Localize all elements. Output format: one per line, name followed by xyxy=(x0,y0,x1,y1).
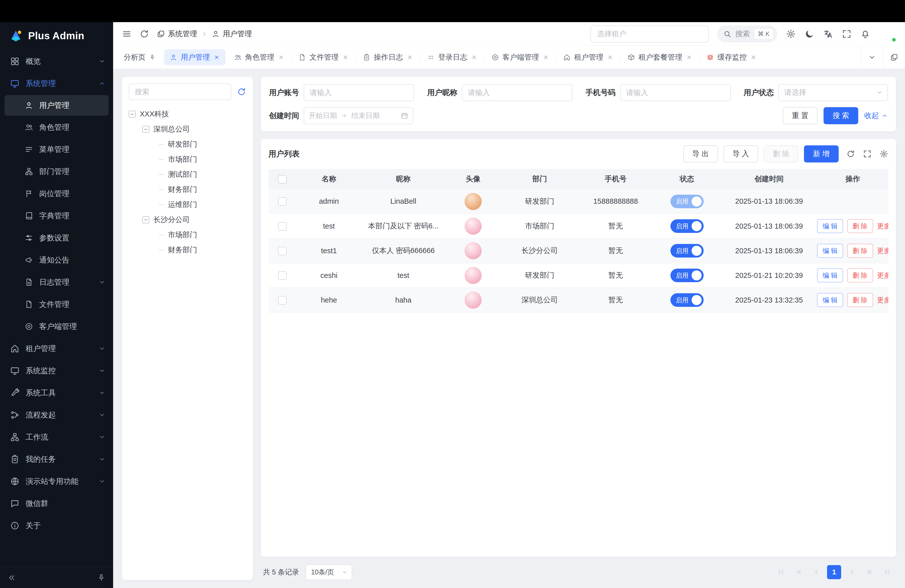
status-toggle[interactable]: 启用 xyxy=(670,219,703,233)
edit-button[interactable]: 编 辑 xyxy=(817,293,843,307)
last-page-button[interactable] xyxy=(880,565,894,579)
tab-close-icon[interactable] xyxy=(213,54,220,60)
breadcrumb-item-users[interactable]: 用户管理 xyxy=(212,29,252,39)
account-input[interactable] xyxy=(304,84,414,101)
sidebar-item[interactable]: 概览 xyxy=(0,50,113,72)
tab-close-icon[interactable] xyxy=(406,54,413,60)
reset-button[interactable]: 重 置 xyxy=(783,107,818,124)
tab-close-icon[interactable] xyxy=(342,54,349,60)
more-link[interactable]: 更多 xyxy=(877,296,888,305)
row-checkbox[interactable] xyxy=(278,247,287,255)
nickname-input[interactable] xyxy=(462,84,572,101)
delete-row-button[interactable]: 删 除 xyxy=(847,244,873,258)
select-all-checkbox[interactable] xyxy=(278,175,287,184)
collapse-box-icon[interactable] xyxy=(142,216,149,223)
tabs-dropdown-button[interactable] xyxy=(861,46,883,69)
delete-row-button[interactable]: 删 除 xyxy=(847,269,873,283)
edit-button[interactable]: 编 辑 xyxy=(817,269,843,283)
phone-input[interactable] xyxy=(620,84,731,101)
collapse-filters-link[interactable]: 收起 xyxy=(864,111,888,121)
import-button[interactable]: 导 入 xyxy=(724,145,758,162)
sidebar-item[interactable]: 关于 xyxy=(0,515,113,537)
layout-toggle-button[interactable] xyxy=(883,46,905,69)
export-button[interactable]: 导 出 xyxy=(683,145,718,162)
sidebar-item[interactable]: 参数设置 xyxy=(0,227,113,249)
tab[interactable]: 分析页 xyxy=(117,46,163,69)
next-5-pages-button[interactable] xyxy=(862,565,876,579)
logo[interactable]: Plus Admin xyxy=(0,22,113,49)
tab-close-icon[interactable] xyxy=(471,54,477,60)
language-button[interactable] xyxy=(823,29,833,39)
sidebar-item[interactable]: 微信群 xyxy=(0,493,113,515)
tab-close-icon[interactable] xyxy=(607,54,613,60)
notifications-button[interactable] xyxy=(860,29,870,39)
next-page-button[interactable] xyxy=(845,565,859,579)
more-link[interactable]: 更多 xyxy=(877,246,888,255)
tab[interactable]: 客户端管理 xyxy=(484,46,556,69)
tenant-select-input[interactable] xyxy=(591,25,709,43)
prev-page-button[interactable] xyxy=(810,565,824,579)
sidebar-item[interactable]: 日志管理 xyxy=(0,271,113,293)
fullscreen-table-icon[interactable] xyxy=(863,149,872,159)
sidebar-item[interactable]: 工作流 xyxy=(0,426,113,448)
delete-row-button[interactable]: 删 除 xyxy=(847,293,873,307)
edit-button[interactable]: 编 辑 xyxy=(817,219,843,233)
tree-search-input[interactable] xyxy=(129,84,231,100)
status-toggle[interactable]: 启用 xyxy=(670,195,703,208)
sidebar-item[interactable]: 流程发起 xyxy=(0,404,113,426)
collapse-box-icon[interactable] xyxy=(142,126,149,133)
per-page-select[interactable]: 10条/页 xyxy=(305,564,352,580)
sidebar-item[interactable]: 岗位管理 xyxy=(0,183,113,205)
status-toggle[interactable]: 启用 xyxy=(670,269,703,282)
tab[interactable]: 角色管理 xyxy=(227,46,291,69)
prev-5-pages-button[interactable] xyxy=(792,565,806,579)
delete-row-button[interactable]: 删 除 xyxy=(847,219,873,233)
sidebar-item[interactable]: 部门管理 xyxy=(0,161,113,183)
tree-node[interactable]: 长沙分公司 xyxy=(129,212,246,227)
row-checkbox[interactable] xyxy=(278,222,287,230)
add-button[interactable]: 新 增 xyxy=(804,145,838,162)
page-number[interactable]: 1 xyxy=(827,565,841,579)
sidebar-item[interactable]: 演示站专用功能 xyxy=(0,470,113,493)
sidebar-item[interactable]: 通知公告 xyxy=(0,249,113,271)
sidebar-item[interactable]: 菜单管理 xyxy=(0,138,113,161)
date-range-picker[interactable]: 开始日期 结束日期 xyxy=(304,107,413,124)
column-settings-icon[interactable] xyxy=(880,149,888,159)
dark-mode-button[interactable] xyxy=(805,29,814,39)
tree-node[interactable]: 研发部门 xyxy=(129,137,246,152)
breadcrumb-item-system[interactable]: 系统管理 xyxy=(157,29,197,39)
tree-node[interactable]: XXX科技 xyxy=(129,106,246,122)
fullscreen-button[interactable] xyxy=(841,29,852,39)
sidebar-item[interactable]: 客户端管理 xyxy=(0,315,113,337)
tab[interactable]: 文件管理 xyxy=(291,46,356,69)
tab[interactable]: 操作日志 xyxy=(356,46,420,69)
sidebar-item[interactable]: 我的任务 xyxy=(0,448,113,470)
collapse-box-icon[interactable] xyxy=(129,111,136,118)
edit-button[interactable]: 编 辑 xyxy=(817,244,843,258)
more-link[interactable]: 更多 xyxy=(877,222,888,230)
more-link[interactable]: 更多 xyxy=(877,271,888,280)
tree-node[interactable]: 深圳总公司 xyxy=(129,122,246,137)
refresh-page-button[interactable] xyxy=(139,29,149,39)
global-search[interactable]: 搜索 ⌘ K xyxy=(717,25,777,43)
refresh-table-icon[interactable] xyxy=(846,149,855,159)
row-checkbox[interactable] xyxy=(278,271,287,280)
settings-button[interactable] xyxy=(786,29,796,39)
row-checkbox[interactable] xyxy=(278,197,287,206)
tree-node[interactable]: 财务部门 xyxy=(129,182,246,197)
sidebar-item[interactable]: 系统工具 xyxy=(0,382,113,404)
pin-sidebar-icon[interactable] xyxy=(97,574,106,582)
status-select[interactable]: 请选择 xyxy=(778,84,888,101)
sidebar-item[interactable]: 字典管理 xyxy=(0,205,113,227)
tab-close-icon[interactable] xyxy=(543,54,549,60)
tab[interactable]: 用户管理 xyxy=(163,46,227,69)
tree-node[interactable]: 财务部门 xyxy=(129,242,246,257)
search-button[interactable]: 搜 索 xyxy=(824,107,858,124)
sidebar-item[interactable]: 角色管理 xyxy=(0,116,113,138)
tab[interactable]: 租户套餐管理 xyxy=(621,46,699,69)
user-avatar[interactable] xyxy=(879,25,897,43)
tab[interactable]: 缓存监控 xyxy=(699,46,764,69)
tree-refresh-icon[interactable] xyxy=(237,87,246,97)
tab[interactable]: 登录日志 xyxy=(420,46,484,69)
tab[interactable]: 租户管理 xyxy=(556,46,621,69)
